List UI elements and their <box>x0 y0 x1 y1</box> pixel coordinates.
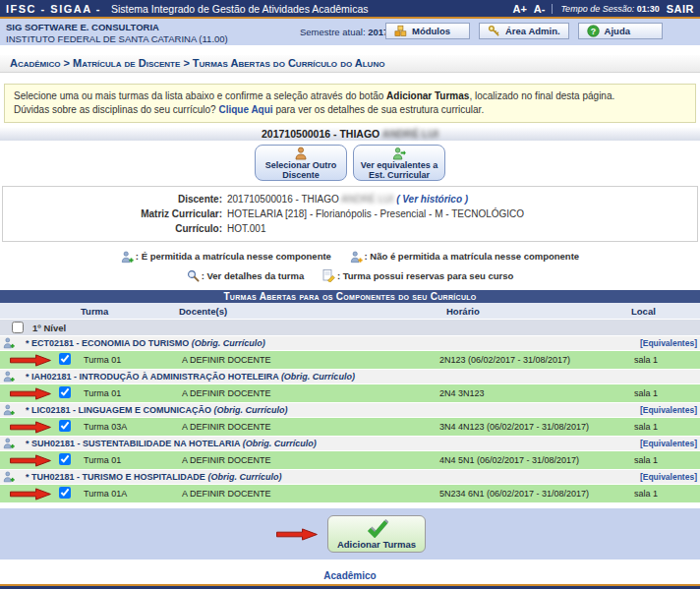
admin-area-button[interactable]: Área Admin. <box>479 23 569 39</box>
equivalents-link[interactable]: [Equivalentes] <box>640 439 700 448</box>
submit-band: Adicionar Turmas <box>0 508 700 560</box>
component-title: * TUH02181 - TURISMO E HOSPITALIDADE (Ob… <box>26 472 281 482</box>
class-checkbox[interactable] <box>59 487 71 499</box>
semester-label: Semestre atual: <box>300 27 366 37</box>
class-name: Turma 01A <box>81 489 179 499</box>
key-icon <box>488 25 500 37</box>
curriculo-label: Currículo: <box>3 221 227 236</box>
instructions-box: Selecione uma ou mais turmas da lista ab… <box>4 84 696 123</box>
component-row: * IAH02181 - INTRODUÇÃO À ADMINISTRAÇÃO … <box>0 370 700 384</box>
annotation-arrow <box>8 387 53 400</box>
curriculo-value: HOT.001 <box>227 221 265 236</box>
session-label: Tempo de Sessão: <box>560 4 634 14</box>
class-teacher: A DEFINIR DOCENTE <box>179 489 437 499</box>
class-checkbox[interactable] <box>59 353 71 365</box>
class-location: sala 1 <box>631 355 700 365</box>
class-name: Turma 03A <box>81 422 179 432</box>
detail-row-curriculo: Currículo: HOT.001 <box>3 221 697 236</box>
select-other-student-label: Selecionar Outro Discente <box>258 160 344 180</box>
component-row: * SUH02181 - SUSTENTABILIDADE NA HOTELAR… <box>0 437 700 451</box>
class-schedule: 2N4 3N123 <box>437 388 631 398</box>
footer-bar: SIGAA | DTIC - Diretoria de Tecnologia d… <box>0 584 700 589</box>
student-name-redacted: ANDRÉ LUI <box>341 194 393 205</box>
detail-row-discente: Discente: 201710500016 - THIAGO ANDRÉ LU… <box>3 192 697 206</box>
class-location: sala 1 <box>631 388 700 398</box>
red-arrow-icon <box>8 387 53 400</box>
component-row: * LIC02181 - LINGUAGEM E COMUNICAÇÃO (Ob… <box>0 403 700 418</box>
table-title: Turmas Abertas para os Componentes do se… <box>0 290 700 303</box>
help-button[interactable]: Ajuda <box>578 23 663 39</box>
student-id-name: 201710500016 - THIAGO <box>262 128 379 140</box>
equivalents-icon <box>392 147 406 160</box>
view-equivalents-label: Ver equivalentes a Est. Curricular <box>356 160 442 180</box>
component-title: * IAH02181 - INTRODUÇÃO À ADMINISTRAÇÃO … <box>26 372 355 382</box>
level-label: 1º Nível <box>32 323 66 333</box>
logout-button[interactable]: SAIR <box>667 3 694 15</box>
select-all-checkbox[interactable] <box>12 322 24 333</box>
view-history-link[interactable]: ( Ver histórico ) <box>396 194 468 205</box>
module-footer-link[interactable]: Acadêmico <box>0 560 700 584</box>
modules-button[interactable]: Módulos <box>385 23 470 39</box>
org-name: SIG SOFTWARE E. CONSULTORIA <box>6 22 159 32</box>
level-row: 1º Nível <box>0 320 700 336</box>
top-bar: IFSC - SIGAA - Sistema Integrado de Gest… <box>0 0 700 19</box>
component-title: * LIC02181 - LINGUAGEM E COMUNICAÇÃO (Ob… <box>26 405 288 415</box>
enrollment-allowed-icon <box>3 471 15 483</box>
green-check-icon <box>365 519 388 538</box>
component-title: * SUH02181 - SUSTENTABILIDADE NA HOTELAR… <box>26 439 317 448</box>
enrollment-allowed-icon <box>121 251 134 264</box>
class-teacher: A DEFINIR DOCENTE <box>179 388 437 398</box>
view-equivalents-button[interactable]: Ver equivalentes a Est. Curricular <box>353 145 445 181</box>
discente-label: Discente: <box>3 192 227 206</box>
annotation-arrow <box>8 488 53 501</box>
red-arrow-icon <box>8 421 53 434</box>
equivalents-link[interactable]: [Equivalentes] <box>640 338 700 348</box>
column-horario: Horário <box>437 306 631 317</box>
class-row: Turma 01 A DEFINIR DOCENTE 2N123 (06/02/… <box>0 351 700 370</box>
class-row: Turma 01 A DEFINIR DOCENTE 2N4 3N123 sal… <box>0 384 700 403</box>
class-checkbox[interactable] <box>59 386 71 398</box>
annotation-arrow <box>8 421 53 434</box>
font-increase-button[interactable]: A+ <box>512 3 526 15</box>
help-icon <box>587 25 600 37</box>
add-classes-label: Adicionar Turmas <box>337 539 416 550</box>
equivalents-link[interactable]: [Equivalentes] <box>640 405 700 415</box>
breadcrumb[interactable]: Acadêmico > Matrícula de Discente > Turm… <box>0 55 700 73</box>
add-classes-button[interactable]: Adicionar Turmas <box>327 515 426 553</box>
annotation-arrow <box>274 528 320 541</box>
column-local: Local <box>631 306 700 317</box>
class-location: sala 1 <box>631 422 700 432</box>
class-checkbox[interactable] <box>59 420 71 432</box>
instructions-line1: Selecione uma ou mais turmas da lista ab… <box>14 89 686 103</box>
table-column-headers: Turma Docente(s) Horário Local <box>0 303 700 320</box>
class-name: Turma 01 <box>81 455 179 465</box>
annotation-arrow <box>8 354 53 367</box>
class-teacher: A DEFINIR DOCENTE <box>179 455 437 465</box>
curriculum-details-link[interactable]: Clique Aqui <box>218 104 272 115</box>
class-checkbox[interactable] <box>59 453 71 465</box>
font-decrease-button[interactable]: A- <box>534 3 546 15</box>
current-semester: Semestre atual: 2017.1 <box>300 27 396 37</box>
equivalents-link[interactable]: [Equivalentes] <box>640 472 700 482</box>
class-row: Turma 01A A DEFINIR DOCENTE 5N234 6N1 (0… <box>0 485 700 503</box>
enrollment-allowed-icon <box>3 438 15 449</box>
class-teacher: A DEFINIR DOCENTE <box>179 422 437 432</box>
red-arrow-icon <box>274 528 320 541</box>
session-timer: Tempo de Sessão: 01:30 <box>552 4 659 14</box>
sub-header: SIG SOFTWARE E. CONSULTORIA INSTITUTO FE… <box>0 19 700 45</box>
enrollment-not-allowed-icon <box>350 251 363 264</box>
class-row: Turma 03A A DEFINIR DOCENTE 3N4 4N123 (0… <box>0 418 700 437</box>
legend-not-allowed: : Não é permitida a matrícula nesse comp… <box>350 249 580 265</box>
component-title: * ECT02181 - ECONOMIA DO TURISMO (Obrig.… <box>26 338 265 348</box>
column-turma: Turma <box>81 306 179 317</box>
student-name-redacted: ANDRÉ LUI <box>382 128 438 140</box>
legend-reserved: : Turma possui reservas para seu curso <box>322 268 513 284</box>
class-schedule: 3N4 4N123 (06/02/2017 - 31/08/2017) <box>437 422 631 432</box>
class-teacher: A DEFINIR DOCENTE <box>179 355 437 365</box>
enrollment-allowed-icon <box>3 371 15 383</box>
component-row: * TUH02181 - TURISMO E HOSPITALIDADE (Ob… <box>0 470 700 485</box>
class-schedule: 2N123 (06/02/2017 - 31/08/2017) <box>437 355 631 365</box>
class-details-icon <box>187 269 200 282</box>
class-name: Turma 01 <box>81 388 179 398</box>
select-other-student-button[interactable]: Selecionar Outro Discente <box>255 145 347 181</box>
